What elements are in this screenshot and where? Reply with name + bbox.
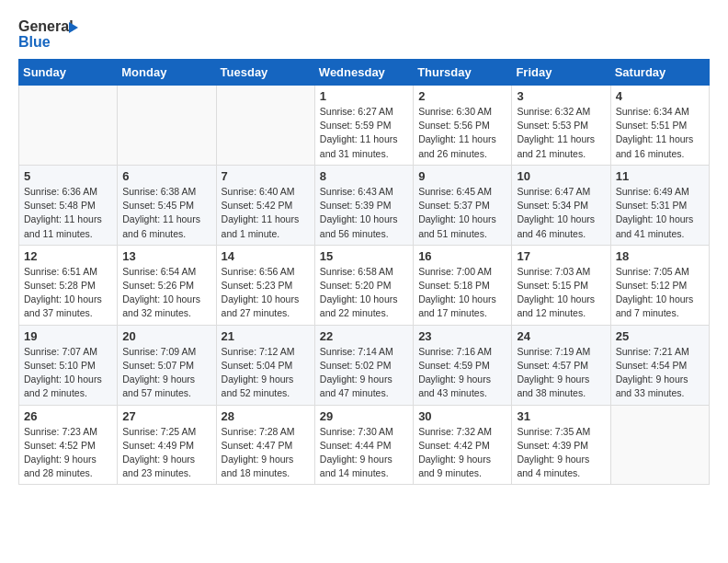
day-number: 22 <box>320 329 408 343</box>
day-info: Sunrise: 6:38 AM Sunset: 5:45 PM Dayligh… <box>122 185 210 241</box>
calendar-cell: 29Sunrise: 7:30 AM Sunset: 4:44 PM Dayli… <box>314 405 413 485</box>
day-number: 29 <box>320 409 408 423</box>
calendar-cell: 12Sunrise: 6:51 AM Sunset: 5:28 PM Dayli… <box>19 245 118 325</box>
weekday-header-wednesday: Wednesday <box>314 60 413 86</box>
day-info: Sunrise: 7:14 AM Sunset: 5:02 PM Dayligh… <box>320 345 408 401</box>
day-info: Sunrise: 6:32 AM Sunset: 5:53 PM Dayligh… <box>517 105 605 161</box>
calendar-cell: 31Sunrise: 7:35 AM Sunset: 4:39 PM Dayli… <box>512 405 610 485</box>
day-info: Sunrise: 6:51 AM Sunset: 5:28 PM Dayligh… <box>24 265 112 321</box>
week-row-5: 26Sunrise: 7:23 AM Sunset: 4:52 PM Dayli… <box>19 405 710 485</box>
day-info: Sunrise: 7:28 AM Sunset: 4:47 PM Dayligh… <box>222 425 310 481</box>
day-number: 27 <box>122 409 210 423</box>
day-number: 3 <box>517 89 605 103</box>
day-info: Sunrise: 6:40 AM Sunset: 5:42 PM Dayligh… <box>222 185 310 241</box>
day-number: 6 <box>122 169 210 183</box>
day-number: 20 <box>122 329 210 343</box>
day-number: 21 <box>222 329 310 343</box>
calendar-cell: 4Sunrise: 6:34 AM Sunset: 5:51 PM Daylig… <box>610 86 709 166</box>
weekday-header-thursday: Thursday <box>414 60 512 86</box>
calendar-cell: 1Sunrise: 6:27 AM Sunset: 5:59 PM Daylig… <box>314 86 413 166</box>
day-info: Sunrise: 7:32 AM Sunset: 4:42 PM Dayligh… <box>418 425 506 481</box>
calendar-cell: 30Sunrise: 7:32 AM Sunset: 4:42 PM Dayli… <box>414 405 512 485</box>
svg-marker-2 <box>69 22 78 33</box>
day-number: 12 <box>24 249 112 263</box>
day-info: Sunrise: 6:36 AM Sunset: 5:48 PM Dayligh… <box>24 185 112 241</box>
calendar-cell: 9Sunrise: 6:45 AM Sunset: 5:37 PM Daylig… <box>414 165 512 245</box>
calendar-cell: 20Sunrise: 7:09 AM Sunset: 5:07 PM Dayli… <box>118 325 216 405</box>
day-number: 16 <box>418 249 506 263</box>
calendar-cell: 26Sunrise: 7:23 AM Sunset: 4:52 PM Dayli… <box>19 405 118 485</box>
day-info: Sunrise: 7:07 AM Sunset: 5:10 PM Dayligh… <box>24 345 112 401</box>
day-info: Sunrise: 7:30 AM Sunset: 4:44 PM Dayligh… <box>320 425 408 481</box>
calendar-cell: 5Sunrise: 6:36 AM Sunset: 5:48 PM Daylig… <box>19 165 118 245</box>
calendar-cell: 14Sunrise: 6:56 AM Sunset: 5:23 PM Dayli… <box>216 245 314 325</box>
svg-text:General: General <box>18 18 74 34</box>
day-info: Sunrise: 6:43 AM Sunset: 5:39 PM Dayligh… <box>320 185 408 241</box>
day-number: 19 <box>24 329 112 343</box>
day-number: 13 <box>122 249 210 263</box>
page: GeneralBlue SundayMondayTuesdayWednesday… <box>0 0 728 563</box>
day-info: Sunrise: 7:09 AM Sunset: 5:07 PM Dayligh… <box>122 345 210 401</box>
weekday-header-tuesday: Tuesday <box>216 60 314 86</box>
calendar-cell: 10Sunrise: 6:47 AM Sunset: 5:34 PM Dayli… <box>512 165 610 245</box>
day-info: Sunrise: 7:35 AM Sunset: 4:39 PM Dayligh… <box>517 425 605 481</box>
weekday-header-saturday: Saturday <box>610 60 709 86</box>
calendar-cell: 19Sunrise: 7:07 AM Sunset: 5:10 PM Dayli… <box>19 325 118 405</box>
day-number: 26 <box>24 409 112 423</box>
calendar-cell: 7Sunrise: 6:40 AM Sunset: 5:42 PM Daylig… <box>216 165 314 245</box>
calendar-cell <box>216 86 314 166</box>
calendar-cell: 8Sunrise: 6:43 AM Sunset: 5:39 PM Daylig… <box>314 165 413 245</box>
day-number: 1 <box>320 89 408 103</box>
logo: GeneralBlue <box>18 15 83 52</box>
calendar-cell: 15Sunrise: 6:58 AM Sunset: 5:20 PM Dayli… <box>314 245 413 325</box>
logo-svg: GeneralBlue <box>18 15 83 52</box>
day-number: 9 <box>418 169 506 183</box>
calendar: SundayMondayTuesdayWednesdayThursdayFrid… <box>18 59 710 485</box>
day-number: 18 <box>616 249 704 263</box>
day-info: Sunrise: 7:23 AM Sunset: 4:52 PM Dayligh… <box>24 425 112 481</box>
day-number: 11 <box>616 169 704 183</box>
calendar-cell: 22Sunrise: 7:14 AM Sunset: 5:02 PM Dayli… <box>314 325 413 405</box>
calendar-cell: 25Sunrise: 7:21 AM Sunset: 4:54 PM Dayli… <box>610 325 709 405</box>
calendar-cell: 21Sunrise: 7:12 AM Sunset: 5:04 PM Dayli… <box>216 325 314 405</box>
day-number: 24 <box>517 329 605 343</box>
day-number: 10 <box>517 169 605 183</box>
calendar-cell <box>19 86 118 166</box>
calendar-cell: 24Sunrise: 7:19 AM Sunset: 4:57 PM Dayli… <box>512 325 610 405</box>
day-number: 17 <box>517 249 605 263</box>
day-info: Sunrise: 7:03 AM Sunset: 5:15 PM Dayligh… <box>517 265 605 321</box>
calendar-cell <box>610 405 709 485</box>
day-number: 31 <box>517 409 605 423</box>
calendar-cell: 18Sunrise: 7:05 AM Sunset: 5:12 PM Dayli… <box>610 245 709 325</box>
day-number: 30 <box>418 409 506 423</box>
day-info: Sunrise: 6:58 AM Sunset: 5:20 PM Dayligh… <box>320 265 408 321</box>
day-info: Sunrise: 7:25 AM Sunset: 4:49 PM Dayligh… <box>122 425 210 481</box>
day-number: 5 <box>24 169 112 183</box>
day-info: Sunrise: 7:12 AM Sunset: 5:04 PM Dayligh… <box>222 345 310 401</box>
day-number: 14 <box>222 249 310 263</box>
day-number: 8 <box>320 169 408 183</box>
calendar-cell: 28Sunrise: 7:28 AM Sunset: 4:47 PM Dayli… <box>216 405 314 485</box>
day-info: Sunrise: 6:47 AM Sunset: 5:34 PM Dayligh… <box>517 185 605 241</box>
week-row-1: 1Sunrise: 6:27 AM Sunset: 5:59 PM Daylig… <box>19 86 710 166</box>
calendar-cell: 3Sunrise: 6:32 AM Sunset: 5:53 PM Daylig… <box>512 86 610 166</box>
calendar-cell: 16Sunrise: 7:00 AM Sunset: 5:18 PM Dayli… <box>414 245 512 325</box>
day-info: Sunrise: 7:21 AM Sunset: 4:54 PM Dayligh… <box>616 345 704 401</box>
day-info: Sunrise: 6:30 AM Sunset: 5:56 PM Dayligh… <box>418 105 506 161</box>
svg-text:Blue: Blue <box>18 34 51 50</box>
day-number: 25 <box>616 329 704 343</box>
weekday-header-friday: Friday <box>512 60 610 86</box>
day-number: 2 <box>418 89 506 103</box>
day-info: Sunrise: 6:34 AM Sunset: 5:51 PM Dayligh… <box>616 105 704 161</box>
day-info: Sunrise: 6:27 AM Sunset: 5:59 PM Dayligh… <box>320 105 408 161</box>
day-number: 7 <box>222 169 310 183</box>
day-info: Sunrise: 6:56 AM Sunset: 5:23 PM Dayligh… <box>222 265 310 321</box>
day-info: Sunrise: 7:19 AM Sunset: 4:57 PM Dayligh… <box>517 345 605 401</box>
day-number: 23 <box>418 329 506 343</box>
calendar-cell: 2Sunrise: 6:30 AM Sunset: 5:56 PM Daylig… <box>414 86 512 166</box>
day-number: 28 <box>222 409 310 423</box>
calendar-cell <box>118 86 216 166</box>
week-row-2: 5Sunrise: 6:36 AM Sunset: 5:48 PM Daylig… <box>19 165 710 245</box>
day-info: Sunrise: 6:54 AM Sunset: 5:26 PM Dayligh… <box>122 265 210 321</box>
day-number: 4 <box>616 89 704 103</box>
